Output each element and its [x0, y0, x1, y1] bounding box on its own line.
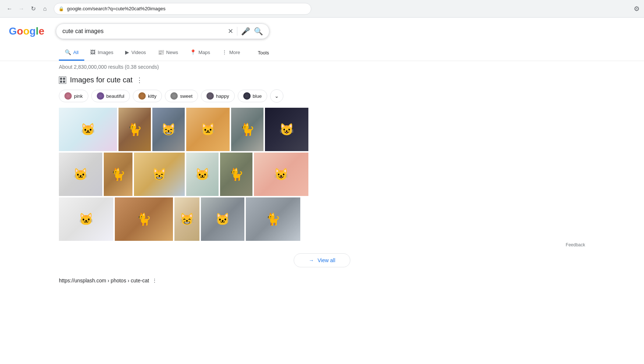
- cat-image-white-ribbon: 🐱: [59, 197, 113, 241]
- lock-icon: 🔒: [59, 6, 64, 11]
- cat-image-cup-cat: 😸: [174, 197, 199, 241]
- cat-image-gray-white: 🐱: [201, 197, 244, 241]
- more-tab-icon: ⋮: [222, 49, 227, 55]
- image-cell-2-6[interactable]: 😺: [254, 153, 308, 196]
- image-cell-3-4[interactable]: 🐱: [201, 197, 244, 241]
- settings-icon[interactable]: ⚙: [634, 5, 640, 13]
- feedback-row: Feedback: [59, 242, 585, 247]
- tab-more[interactable]: ⋮ More: [216, 45, 246, 61]
- chip-sweet-avatar: [170, 92, 178, 100]
- results-info: About 2,830,000,000 results (0.38 second…: [0, 61, 644, 73]
- image-cell-3-2[interactable]: 🐈: [115, 197, 173, 241]
- result-url[interactable]: https://unsplash.com › photos › cute-cat: [59, 278, 149, 283]
- tab-maps-label: Maps: [198, 50, 210, 55]
- chip-pink-avatar: [64, 92, 72, 100]
- forward-button[interactable]: →: [16, 4, 26, 14]
- image-cell-1-4[interactable]: 🐱: [186, 108, 230, 151]
- image-cell-2-1[interactable]: 🐱: [59, 153, 102, 196]
- view-all-button[interactable]: → View all: [294, 253, 350, 267]
- cat-image-white-round: 🐱: [59, 153, 102, 196]
- back-button[interactable]: ←: [4, 4, 15, 14]
- tab-videos[interactable]: ▶ Videos: [119, 45, 152, 61]
- view-all-arrow-icon: →: [309, 257, 314, 263]
- logo-o2: o: [23, 25, 29, 37]
- cat-image-brown-hat: 🐈: [104, 153, 132, 196]
- cat-image-white-spots: 🐱: [186, 153, 219, 196]
- cat-image-pink-background: 😺: [254, 153, 308, 196]
- browser-chrome: ← → ↻ ⌂ 🔒 google.com/search?q=cute%20cat…: [0, 0, 644, 18]
- image-cell-1-3[interactable]: 😸: [152, 108, 185, 151]
- cat-image-tabby-2: 🐈: [220, 153, 252, 196]
- chip-pink[interactable]: pink: [59, 90, 88, 102]
- tab-news-label: News: [166, 50, 178, 55]
- logo-o1: o: [17, 25, 23, 37]
- chip-blue[interactable]: blue: [238, 90, 268, 102]
- image-grid-row-1: 🐱 🐈 😸 🐱 🐈 😺: [59, 108, 585, 151]
- image-cell-1-5[interactable]: 🐈: [231, 108, 263, 151]
- image-grid-row-3: 🐱 🐈 😸 🐱 🐈: [59, 197, 585, 241]
- view-all-container: → View all: [59, 253, 585, 267]
- cat-image-orange-sleeping: 🐈: [118, 108, 151, 151]
- search-submit-icon[interactable]: 🔍: [254, 27, 263, 36]
- logo-l: l: [36, 25, 39, 37]
- tab-videos-label: Videos: [131, 50, 146, 55]
- image-cell-1-1[interactable]: 🐱: [59, 108, 117, 151]
- tab-maps[interactable]: 📍 Maps: [184, 45, 216, 61]
- svg-rect-1: [63, 78, 65, 80]
- google-page: Google ✕ 🎤 🔍 🔍 All 🖼 Images ▶ Videos 📰 N…: [0, 18, 644, 285]
- maps-tab-icon: 📍: [190, 49, 196, 55]
- google-logo[interactable]: Google: [9, 25, 44, 37]
- nav-buttons: ← → ↻ ⌂: [4, 4, 50, 14]
- cat-image-striped: 🐈: [246, 197, 300, 241]
- image-cell-2-5[interactable]: 🐈: [220, 153, 252, 196]
- search-divider: [237, 27, 237, 36]
- chip-sweet[interactable]: sweet: [165, 90, 198, 102]
- image-cell-3-1[interactable]: 🐱: [59, 197, 113, 241]
- search-input[interactable]: [62, 28, 224, 35]
- image-cell-2-2[interactable]: 🐈: [104, 153, 132, 196]
- tab-images-label: Images: [98, 50, 113, 55]
- chip-happy-label: happy: [216, 93, 229, 99]
- search-bar-container[interactable]: ✕ 🎤 🔍: [56, 24, 269, 39]
- logo-e: e: [39, 25, 45, 37]
- tab-all[interactable]: 🔍 All: [59, 45, 84, 61]
- chip-expand-button[interactable]: ⌄: [270, 89, 283, 103]
- images-more-button[interactable]: ⋮: [136, 76, 143, 84]
- feedback-link[interactable]: Feedback: [566, 242, 585, 247]
- cat-image-small-tabby: 🐈: [231, 108, 263, 151]
- image-cell-3-5[interactable]: 🐈: [246, 197, 300, 241]
- result-more-icon[interactable]: ⋮: [152, 278, 157, 283]
- chip-beautiful-label: beautiful: [106, 93, 124, 99]
- image-cell-1-2[interactable]: 🐈: [118, 108, 151, 151]
- voice-search-icon[interactable]: 🎤: [241, 27, 250, 36]
- clear-icon[interactable]: ✕: [228, 27, 233, 35]
- home-button[interactable]: ⌂: [40, 4, 50, 14]
- address-bar[interactable]: 🔒 google.com/search?q=cute%20cat%20image…: [54, 3, 311, 15]
- image-cell-2-3[interactable]: 😸: [134, 153, 185, 196]
- tab-images[interactable]: 🖼 Images: [84, 45, 119, 61]
- cat-image-orange-blanket: 😸: [134, 153, 185, 196]
- chip-sweet-label: sweet: [180, 93, 192, 99]
- svg-rect-2: [60, 81, 62, 83]
- svg-rect-3: [63, 81, 65, 83]
- svg-rect-0: [60, 78, 62, 80]
- image-cell-2-4[interactable]: 🐱: [186, 153, 219, 196]
- videos-tab-icon: ▶: [125, 49, 129, 55]
- reload-button[interactable]: ↻: [28, 4, 38, 14]
- address-text: google.com/search?q=cute%20cat%20images: [67, 6, 307, 11]
- chip-happy[interactable]: happy: [201, 90, 234, 102]
- logo-g: G: [9, 25, 17, 37]
- image-cell-1-6[interactable]: 😺: [265, 108, 308, 151]
- google-header: Google ✕ 🎤 🔍: [0, 18, 644, 45]
- tab-news[interactable]: 📰 News: [152, 45, 184, 61]
- chip-kitty[interactable]: kitty: [133, 90, 162, 102]
- chip-kitty-label: kitty: [148, 93, 156, 99]
- images-header: Images for cute cat ⋮: [59, 76, 585, 84]
- image-cell-3-3[interactable]: 😸: [174, 197, 199, 241]
- all-icon: 🔍: [65, 49, 71, 55]
- images-section: Images for cute cat ⋮ pink beautiful kit…: [0, 73, 644, 276]
- chip-pink-label: pink: [74, 93, 83, 99]
- view-all-label: View all: [318, 257, 335, 263]
- chip-beautiful[interactable]: beautiful: [91, 90, 130, 102]
- tools-tab[interactable]: Tools: [252, 46, 275, 60]
